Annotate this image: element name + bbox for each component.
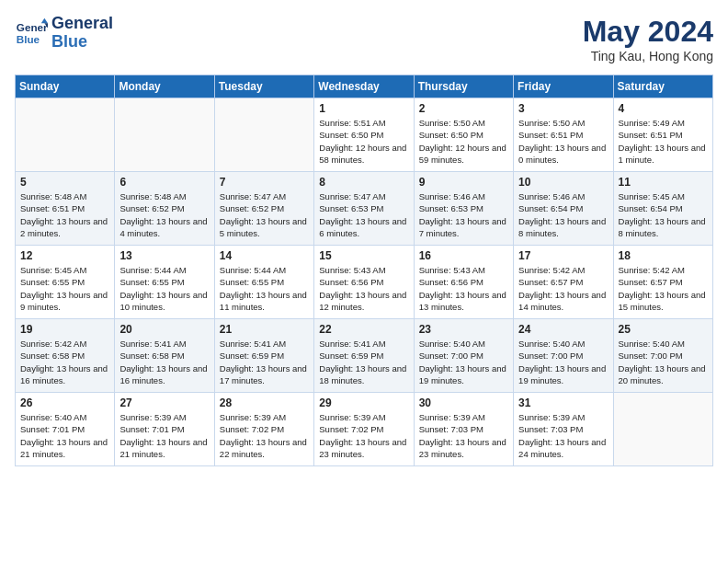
day-number: 6	[119, 176, 209, 189]
day-info: Sunrise: 5:51 AM Sunset: 6:50 PM Dayligh…	[319, 117, 408, 166]
calendar-cell	[115, 98, 214, 172]
day-number: 31	[518, 396, 608, 409]
page-header: General Blue General Blue May 2024 Ting …	[15, 15, 713, 63]
calendar-cell: 23Sunrise: 5:40 AM Sunset: 7:00 PM Dayli…	[414, 319, 513, 393]
svg-text:Blue: Blue	[17, 33, 40, 45]
calendar-header-day: Friday	[514, 75, 613, 98]
day-number: 28	[220, 396, 309, 409]
day-number: 14	[220, 249, 309, 262]
day-info: Sunrise: 5:42 AM Sunset: 6:57 PM Dayligh…	[518, 264, 608, 313]
calendar-cell: 19Sunrise: 5:42 AM Sunset: 6:58 PM Dayli…	[16, 319, 115, 393]
calendar-header-day: Sunday	[16, 75, 115, 98]
calendar-header-day: Monday	[115, 75, 214, 98]
day-info: Sunrise: 5:40 AM Sunset: 7:00 PM Dayligh…	[518, 338, 608, 386]
calendar-cell: 26Sunrise: 5:40 AM Sunset: 7:01 PM Dayli…	[16, 393, 115, 466]
day-number: 15	[319, 249, 408, 262]
day-number: 27	[119, 396, 209, 409]
day-number: 26	[20, 396, 109, 409]
calendar-cell	[16, 98, 115, 172]
day-info: Sunrise: 5:39 AM Sunset: 7:02 PM Dayligh…	[319, 411, 408, 460]
calendar-cell: 21Sunrise: 5:41 AM Sunset: 6:59 PM Dayli…	[214, 319, 313, 393]
logo-text-blue: Blue	[51, 33, 113, 52]
day-info: Sunrise: 5:45 AM Sunset: 6:54 PM Dayligh…	[619, 190, 708, 239]
day-info: Sunrise: 5:44 AM Sunset: 6:55 PM Dayligh…	[119, 264, 209, 313]
calendar-cell: 15Sunrise: 5:43 AM Sunset: 6:56 PM Dayli…	[314, 246, 414, 319]
day-info: Sunrise: 5:43 AM Sunset: 6:56 PM Dayligh…	[419, 264, 508, 313]
calendar-header-day: Wednesday	[314, 75, 414, 98]
calendar-week-row: 5Sunrise: 5:48 AM Sunset: 6:51 PM Daylig…	[16, 172, 713, 246]
day-info: Sunrise: 5:50 AM Sunset: 6:50 PM Dayligh…	[419, 117, 508, 166]
day-number: 2	[419, 102, 508, 115]
day-info: Sunrise: 5:42 AM Sunset: 6:58 PM Dayligh…	[20, 338, 109, 386]
day-number: 11	[619, 176, 708, 189]
calendar-cell: 20Sunrise: 5:41 AM Sunset: 6:58 PM Dayli…	[115, 319, 214, 393]
day-number: 22	[319, 323, 408, 336]
calendar-cell: 13Sunrise: 5:44 AM Sunset: 6:55 PM Dayli…	[115, 246, 214, 319]
logo-icon: General Blue	[15, 17, 48, 50]
day-number: 10	[518, 176, 608, 189]
day-number: 25	[619, 323, 708, 336]
day-number: 7	[220, 176, 309, 189]
day-number: 12	[20, 249, 109, 262]
calendar-cell: 4Sunrise: 5:49 AM Sunset: 6:51 PM Daylig…	[613, 98, 712, 172]
day-info: Sunrise: 5:39 AM Sunset: 7:02 PM Dayligh…	[220, 411, 309, 460]
day-info: Sunrise: 5:47 AM Sunset: 6:53 PM Dayligh…	[319, 190, 408, 239]
calendar-week-row: 1Sunrise: 5:51 AM Sunset: 6:50 PM Daylig…	[16, 98, 713, 172]
day-info: Sunrise: 5:41 AM Sunset: 6:59 PM Dayligh…	[220, 338, 309, 386]
title-area: May 2024 Ting Kau, Hong Kong	[583, 15, 713, 63]
day-info: Sunrise: 5:41 AM Sunset: 6:59 PM Dayligh…	[319, 338, 408, 386]
calendar-cell: 29Sunrise: 5:39 AM Sunset: 7:02 PM Dayli…	[314, 393, 414, 466]
day-number: 18	[619, 249, 708, 262]
day-info: Sunrise: 5:48 AM Sunset: 6:51 PM Dayligh…	[20, 190, 109, 239]
day-info: Sunrise: 5:50 AM Sunset: 6:51 PM Dayligh…	[518, 117, 608, 166]
day-number: 17	[518, 249, 608, 262]
month-title: May 2024	[583, 15, 713, 49]
day-number: 23	[419, 323, 508, 336]
day-info: Sunrise: 5:47 AM Sunset: 6:52 PM Dayligh…	[220, 190, 309, 239]
day-info: Sunrise: 5:39 AM Sunset: 7:03 PM Dayligh…	[419, 411, 508, 460]
logo: General Blue General Blue	[15, 15, 113, 52]
calendar-cell: 17Sunrise: 5:42 AM Sunset: 6:57 PM Dayli…	[514, 246, 613, 319]
day-info: Sunrise: 5:49 AM Sunset: 6:51 PM Dayligh…	[619, 117, 708, 166]
day-info: Sunrise: 5:41 AM Sunset: 6:58 PM Dayligh…	[119, 338, 209, 386]
calendar-cell: 16Sunrise: 5:43 AM Sunset: 6:56 PM Dayli…	[414, 246, 513, 319]
day-number: 3	[518, 102, 608, 115]
calendar-cell: 24Sunrise: 5:40 AM Sunset: 7:00 PM Dayli…	[514, 319, 613, 393]
calendar-cell	[613, 393, 712, 466]
calendar-body: 1Sunrise: 5:51 AM Sunset: 6:50 PM Daylig…	[16, 98, 713, 466]
calendar-cell: 18Sunrise: 5:42 AM Sunset: 6:57 PM Dayli…	[613, 246, 712, 319]
calendar-cell: 2Sunrise: 5:50 AM Sunset: 6:50 PM Daylig…	[414, 98, 513, 172]
location: Ting Kau, Hong Kong	[583, 49, 713, 63]
day-info: Sunrise: 5:39 AM Sunset: 7:03 PM Dayligh…	[518, 411, 608, 460]
day-number: 20	[119, 323, 209, 336]
calendar-table: SundayMondayTuesdayWednesdayThursdayFrid…	[15, 75, 713, 466]
day-number: 19	[20, 323, 109, 336]
calendar-cell: 3Sunrise: 5:50 AM Sunset: 6:51 PM Daylig…	[514, 98, 613, 172]
day-info: Sunrise: 5:48 AM Sunset: 6:52 PM Dayligh…	[119, 190, 209, 239]
calendar-cell: 11Sunrise: 5:45 AM Sunset: 6:54 PM Dayli…	[613, 172, 712, 246]
calendar-cell: 9Sunrise: 5:46 AM Sunset: 6:53 PM Daylig…	[414, 172, 513, 246]
day-number: 1	[319, 102, 408, 115]
day-number: 16	[419, 249, 508, 262]
day-info: Sunrise: 5:45 AM Sunset: 6:55 PM Dayligh…	[20, 264, 109, 313]
calendar-cell: 10Sunrise: 5:46 AM Sunset: 6:54 PM Dayli…	[514, 172, 613, 246]
calendar-cell: 5Sunrise: 5:48 AM Sunset: 6:51 PM Daylig…	[16, 172, 115, 246]
calendar-cell	[214, 98, 313, 172]
day-info: Sunrise: 5:40 AM Sunset: 7:01 PM Dayligh…	[20, 411, 109, 460]
day-number: 13	[119, 249, 209, 262]
calendar-cell: 7Sunrise: 5:47 AM Sunset: 6:52 PM Daylig…	[214, 172, 313, 246]
day-info: Sunrise: 5:44 AM Sunset: 6:55 PM Dayligh…	[220, 264, 309, 313]
day-number: 30	[419, 396, 508, 409]
calendar-cell: 28Sunrise: 5:39 AM Sunset: 7:02 PM Dayli…	[214, 393, 313, 466]
calendar-cell: 27Sunrise: 5:39 AM Sunset: 7:01 PM Dayli…	[115, 393, 214, 466]
day-number: 29	[319, 396, 408, 409]
day-info: Sunrise: 5:46 AM Sunset: 6:54 PM Dayligh…	[518, 190, 608, 239]
day-number: 21	[220, 323, 309, 336]
calendar-cell: 14Sunrise: 5:44 AM Sunset: 6:55 PM Dayli…	[214, 246, 313, 319]
calendar-cell: 30Sunrise: 5:39 AM Sunset: 7:03 PM Dayli…	[414, 393, 513, 466]
calendar-cell: 22Sunrise: 5:41 AM Sunset: 6:59 PM Dayli…	[314, 319, 414, 393]
calendar-week-row: 19Sunrise: 5:42 AM Sunset: 6:58 PM Dayli…	[16, 319, 713, 393]
calendar-cell: 25Sunrise: 5:40 AM Sunset: 7:00 PM Dayli…	[613, 319, 712, 393]
day-info: Sunrise: 5:42 AM Sunset: 6:57 PM Dayligh…	[619, 264, 708, 313]
day-info: Sunrise: 5:46 AM Sunset: 6:53 PM Dayligh…	[419, 190, 508, 239]
